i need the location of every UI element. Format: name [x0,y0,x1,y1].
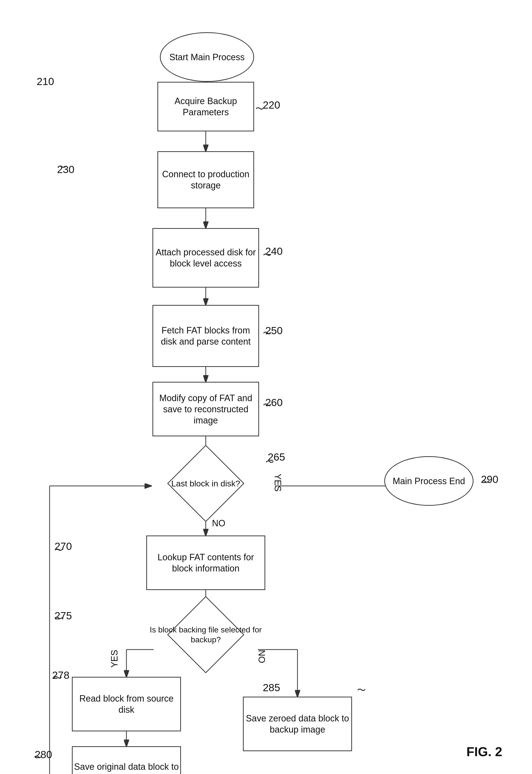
wavy-240: 〜 [263,249,272,261]
box-278: Read block from source disk [72,677,181,731]
box278-label: Read block from source disk [73,693,180,715]
no-down-label: NO [212,518,225,529]
box285-label: Save zeroed data block to backup image [244,713,351,735]
box-240: Attach processed disk for block level ac… [152,228,259,288]
ref-285: 285 [263,682,280,694]
wavy-278: 〜 [53,672,62,684]
start-oval: Start Main Process [160,32,254,82]
wavy-280: 〜 [34,751,43,763]
diagram-container: Start Main Process 210 Acquire Backup Pa… [0,0,532,774]
box-250: Fetch FAT blocks from disk and parse con… [152,305,259,367]
box-270: Lookup FAT contents for block informatio… [146,536,265,590]
box-220: Acquire Backup Parameters [157,82,254,131]
start-label: Start Main Process [169,52,245,63]
yes-right-label: YES [272,474,283,492]
diamond275-text: Is block backing file selected for backu… [146,607,265,662]
wavy-285: 〜 [357,684,366,696]
end-oval: Main Process End [384,456,473,506]
box260-label: Modify copy of FAT and save to reconstru… [153,392,258,426]
wavy-260: 〜 [263,399,272,411]
box240-label: Attach processed disk for block level ac… [153,247,258,269]
box-260: Modify copy of FAT and save to reconstru… [152,382,259,436]
no-right-label: NO [256,650,267,663]
box250-label: Fetch FAT blocks from disk and parse con… [153,325,258,347]
box280-label: Save original data block to backup image [73,761,180,774]
box-285: Save zeroed data block to backup image [243,697,352,751]
wavy-290: 〜 [481,476,490,488]
box-230: Connect to production storage [157,151,254,208]
end-label: Main Process End [393,476,465,487]
box220-label: Acquire Backup Parameters [158,95,253,118]
diamond265-text: Last block in disk? [152,459,259,508]
wavy-230: 〜 [58,161,66,173]
box270-label: Lookup FAT contents for block informatio… [147,552,265,574]
fig-label: FIG. 2 [467,744,502,759]
wavy-275: 〜 [54,612,63,625]
ref-210: 210 [37,76,54,88]
wavy-220: 〜 [255,103,264,115]
ref-220: 220 [263,99,280,111]
box230-label: Connect to production storage [158,169,253,191]
box-280: Save original data block to backup image [72,746,181,774]
wavy-265: 〜 [265,456,274,468]
yes-left-label: YES [109,650,120,668]
wavy-270: 〜 [54,544,63,556]
wavy-250: 〜 [263,327,272,339]
